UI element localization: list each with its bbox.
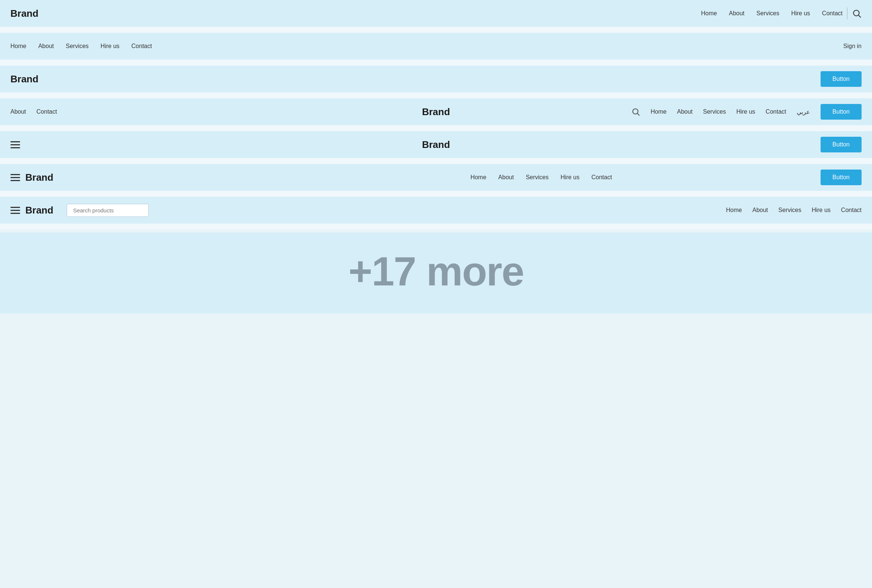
nav-item-contact-2[interactable]: Contact: [132, 43, 152, 50]
nav-item-contact-4[interactable]: Contact: [36, 108, 57, 115]
nav-item-services-7[interactable]: Services: [779, 207, 801, 213]
nav-item-about-c-4[interactable]: About: [677, 108, 693, 115]
navbar-7: Brand Home About Services Hire us Contac…: [0, 197, 872, 224]
center-nav-links-4: Home About Services Hire us Contact: [651, 108, 786, 115]
spacer-4: [0, 125, 872, 131]
brand-logo-3: Brand: [11, 74, 38, 85]
nav-item-services-6[interactable]: Services: [526, 174, 549, 181]
svg-line-1: [858, 15, 861, 18]
svg-point-2: [633, 109, 638, 114]
nav-item-hireus-6[interactable]: Hire us: [560, 174, 579, 181]
nav-item-hireus-4[interactable]: Hire us: [736, 108, 755, 115]
hamburger-icon-5[interactable]: [11, 141, 20, 148]
nav-item-hireus-7[interactable]: Hire us: [812, 207, 831, 213]
more-overlay: +17 more: [0, 232, 872, 314]
hamburger-icon-6[interactable]: [11, 174, 20, 181]
sign-in-link[interactable]: Sign in: [843, 43, 861, 50]
nav-item-home-2[interactable]: Home: [11, 43, 27, 50]
nav-divider-1: [847, 8, 847, 20]
nav-item-services-2[interactable]: Services: [66, 43, 89, 50]
nav-item-services-1[interactable]: Services: [756, 10, 779, 17]
spacer-6: [0, 191, 872, 197]
nav-item-home-1[interactable]: Home: [701, 10, 717, 17]
search-icon-button-4[interactable]: [631, 107, 640, 116]
nav-links-1: Home About Services Hire us Contact: [701, 10, 843, 17]
left-links-4: About Contact: [11, 108, 57, 115]
navbar-6: Brand Home About Services Hire us Contac…: [0, 164, 872, 191]
nav-item-home-6[interactable]: Home: [470, 174, 486, 181]
svg-point-0: [853, 10, 859, 16]
nav-item-hireus-1[interactable]: Hire us: [791, 10, 810, 17]
cta-button-4[interactable]: Button: [821, 104, 861, 120]
nav-item-about-6[interactable]: About: [498, 174, 514, 181]
navbar-5: Brand Button: [0, 131, 872, 158]
nav-item-services-4[interactable]: Services: [703, 108, 726, 115]
spacer-7: [0, 224, 872, 230]
search-icon-button-1[interactable]: [852, 9, 861, 18]
navbar-3: Brand Button: [0, 66, 872, 92]
spacer-1: [0, 27, 872, 33]
nav-item-contact-1[interactable]: Contact: [822, 10, 843, 17]
nav-links-6: Home About Services Hire us Contact: [470, 174, 612, 181]
brand-section-6: Brand: [11, 172, 53, 183]
brand-section-7: Brand: [11, 205, 53, 216]
svg-line-3: [638, 114, 640, 116]
spacer-3: [0, 92, 872, 98]
search-icon-1: [852, 9, 861, 18]
cta-button-6[interactable]: Button: [821, 170, 861, 185]
navbar-4: About Contact Brand Home About Services …: [0, 98, 872, 125]
brand-logo-5: Brand: [422, 139, 450, 150]
nav-item-home-7[interactable]: Home: [726, 207, 742, 213]
nav-item-hireus-2[interactable]: Hire us: [101, 43, 120, 50]
nav-item-about-2[interactable]: About: [38, 43, 54, 50]
search-icon-4: [631, 107, 640, 116]
nav-links-2: Home About Services Hire us Contact: [11, 43, 152, 50]
nav-item-about-1[interactable]: About: [729, 10, 744, 17]
arabic-label-4: عربي: [797, 108, 810, 116]
brand-logo-1: Brand: [11, 8, 38, 20]
cta-button-5[interactable]: Button: [821, 137, 861, 152]
nav-item-contact-6[interactable]: Contact: [591, 174, 612, 181]
navbar-1: Brand Home About Services Hire us Contac…: [0, 0, 872, 27]
nav-item-home-4[interactable]: Home: [651, 108, 667, 115]
nav-item-about-7[interactable]: About: [752, 207, 768, 213]
brand-logo-7: Brand: [26, 205, 53, 216]
navbar-2: Home About Services Hire us Contact Sign…: [0, 33, 872, 60]
nav-item-contact-c-4[interactable]: Contact: [766, 108, 786, 115]
brand-logo-6: Brand: [26, 172, 53, 183]
spacer-2: [0, 60, 872, 66]
nav-item-contact-7[interactable]: Contact: [841, 207, 861, 213]
more-text: +17 more: [348, 248, 524, 295]
cta-button-3[interactable]: Button: [821, 71, 861, 87]
spacer-5: [0, 158, 872, 164]
nav-item-about-4[interactable]: About: [11, 108, 26, 115]
nav-links-7: Home About Services Hire us Contact: [726, 207, 861, 213]
hamburger-icon-7[interactable]: [11, 207, 20, 214]
search-input-7[interactable]: [67, 204, 149, 217]
brand-logo-4: Brand: [422, 106, 450, 118]
